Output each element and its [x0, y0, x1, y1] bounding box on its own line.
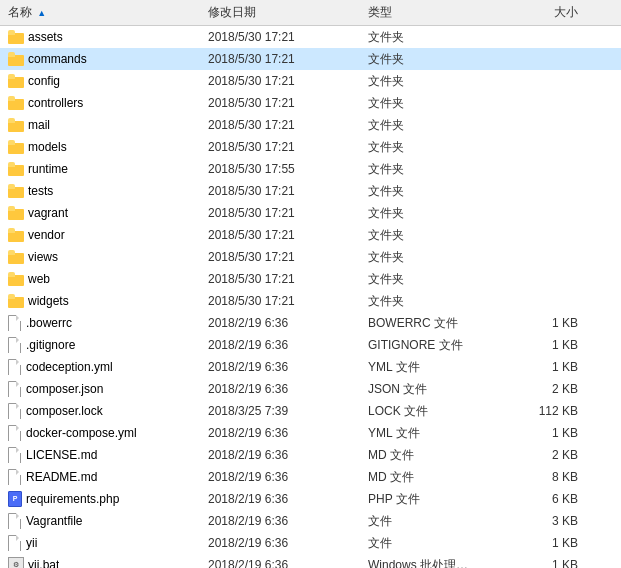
file-date: 2018/5/30 17:21 [208, 250, 368, 264]
table-row[interactable]: README.md 2018/2/19 6:36 MD 文件 8 KB [0, 466, 621, 488]
file-name: Vagrantfile [26, 514, 82, 528]
file-date: 2018/5/30 17:21 [208, 96, 368, 110]
folder-icon [8, 162, 24, 176]
folder-icon [8, 184, 24, 198]
file-name-cell: .gitignore [8, 337, 208, 353]
header-size[interactable]: 大小 [498, 4, 578, 21]
file-list: 名称 ▲ 修改日期 类型 大小 assets 2018/5/30 17:21 文… [0, 0, 621, 568]
file-name-cell: composer.lock [8, 403, 208, 419]
file-name-cell: assets [8, 30, 208, 44]
table-row[interactable]: mail 2018/5/30 17:21 文件夹 [0, 114, 621, 136]
table-row[interactable]: composer.lock 2018/3/25 7:39 LOCK 文件 112… [0, 400, 621, 422]
file-size: 6 KB [498, 492, 578, 506]
table-row[interactable]: models 2018/5/30 17:21 文件夹 [0, 136, 621, 158]
table-row[interactable]: .bowerrc 2018/2/19 6:36 BOWERRC 文件 1 KB [0, 312, 621, 334]
table-row[interactable]: .gitignore 2018/2/19 6:36 GITIGNORE 文件 1… [0, 334, 621, 356]
file-type: 文件夹 [368, 161, 498, 178]
table-row[interactable]: P requirements.php 2018/2/19 6:36 PHP 文件… [0, 488, 621, 510]
table-row[interactable]: docker-compose.yml 2018/2/19 6:36 YML 文件… [0, 422, 621, 444]
header-name[interactable]: 名称 ▲ [8, 4, 208, 21]
file-date: 2018/2/19 6:36 [208, 536, 368, 550]
file-name-cell: config [8, 74, 208, 88]
file-name-cell: vendor [8, 228, 208, 242]
file-icon [8, 447, 22, 463]
file-name: .bowerrc [26, 316, 72, 330]
table-row[interactable]: assets 2018/5/30 17:21 文件夹 [0, 26, 621, 48]
file-type: 文件夹 [368, 139, 498, 156]
file-icon [8, 403, 22, 419]
file-name-cell: widgets [8, 294, 208, 308]
file-size: 1 KB [498, 558, 578, 568]
table-row[interactable]: composer.json 2018/2/19 6:36 JSON 文件 2 K… [0, 378, 621, 400]
table-row[interactable]: runtime 2018/5/30 17:55 文件夹 [0, 158, 621, 180]
file-name: commands [28, 52, 87, 66]
table-row[interactable]: yii 2018/2/19 6:36 文件 1 KB [0, 532, 621, 554]
file-name-cell: codeception.yml [8, 359, 208, 375]
table-row[interactable]: ⚙ yii.bat 2018/2/19 6:36 Windows 批处理… 1 … [0, 554, 621, 568]
file-date: 2018/2/19 6:36 [208, 448, 368, 462]
file-name-cell: views [8, 250, 208, 264]
file-size: 8 KB [498, 470, 578, 484]
file-date: 2018/5/30 17:21 [208, 74, 368, 88]
file-name-cell: runtime [8, 162, 208, 176]
header-date[interactable]: 修改日期 [208, 4, 368, 21]
file-date: 2018/2/19 6:36 [208, 382, 368, 396]
folder-icon [8, 250, 24, 264]
file-name-cell: docker-compose.yml [8, 425, 208, 441]
file-type: BOWERRC 文件 [368, 315, 498, 332]
file-name-cell: mail [8, 118, 208, 132]
folder-icon [8, 30, 24, 44]
file-type: YML 文件 [368, 425, 498, 442]
file-name: views [28, 250, 58, 264]
file-name-cell: P requirements.php [8, 491, 208, 507]
table-row[interactable]: web 2018/5/30 17:21 文件夹 [0, 268, 621, 290]
file-size: 112 KB [498, 404, 578, 418]
table-row[interactable]: tests 2018/5/30 17:21 文件夹 [0, 180, 621, 202]
file-type: 文件夹 [368, 183, 498, 200]
folder-icon [8, 118, 24, 132]
file-name-cell: commands [8, 52, 208, 66]
table-row[interactable]: vendor 2018/5/30 17:21 文件夹 [0, 224, 621, 246]
file-icon [8, 359, 22, 375]
file-size: 1 KB [498, 426, 578, 440]
file-name: web [28, 272, 50, 286]
table-row[interactable]: codeception.yml 2018/2/19 6:36 YML 文件 1 … [0, 356, 621, 378]
file-type: 文件夹 [368, 117, 498, 134]
table-row[interactable]: LICENSE.md 2018/2/19 6:36 MD 文件 2 KB [0, 444, 621, 466]
table-row[interactable]: controllers 2018/5/30 17:21 文件夹 [0, 92, 621, 114]
bat-icon: ⚙ [8, 557, 24, 568]
header-type[interactable]: 类型 [368, 4, 498, 21]
file-icon [8, 513, 22, 529]
file-name: README.md [26, 470, 97, 484]
file-name: yii [26, 536, 37, 550]
file-size: 2 KB [498, 448, 578, 462]
file-type: YML 文件 [368, 359, 498, 376]
file-icon [8, 535, 22, 551]
file-name: composer.lock [26, 404, 103, 418]
table-row[interactable]: Vagrantfile 2018/2/19 6:36 文件 3 KB [0, 510, 621, 532]
file-date: 2018/2/19 6:36 [208, 360, 368, 374]
php-icon: P [8, 491, 22, 507]
file-name-cell: models [8, 140, 208, 154]
file-date: 2018/5/30 17:21 [208, 294, 368, 308]
file-type: 文件夹 [368, 271, 498, 288]
file-name: tests [28, 184, 53, 198]
file-name: widgets [28, 294, 69, 308]
file-type: 文件夹 [368, 227, 498, 244]
file-name: controllers [28, 96, 83, 110]
file-icon [8, 337, 22, 353]
file-name: runtime [28, 162, 68, 176]
file-type: Windows 批处理… [368, 557, 498, 569]
file-size: 1 KB [498, 360, 578, 374]
table-row[interactable]: widgets 2018/5/30 17:21 文件夹 [0, 290, 621, 312]
table-row[interactable]: vagrant 2018/5/30 17:21 文件夹 [0, 202, 621, 224]
table-row[interactable]: config 2018/5/30 17:21 文件夹 [0, 70, 621, 92]
file-date: 2018/3/25 7:39 [208, 404, 368, 418]
file-date: 2018/5/30 17:21 [208, 140, 368, 154]
file-date: 2018/2/19 6:36 [208, 470, 368, 484]
table-header[interactable]: 名称 ▲ 修改日期 类型 大小 [0, 0, 621, 26]
table-row[interactable]: views 2018/5/30 17:21 文件夹 [0, 246, 621, 268]
table-row[interactable]: commands 2018/5/30 17:21 文件夹 [0, 48, 621, 70]
file-date: 2018/5/30 17:21 [208, 228, 368, 242]
file-name-cell: yii [8, 535, 208, 551]
